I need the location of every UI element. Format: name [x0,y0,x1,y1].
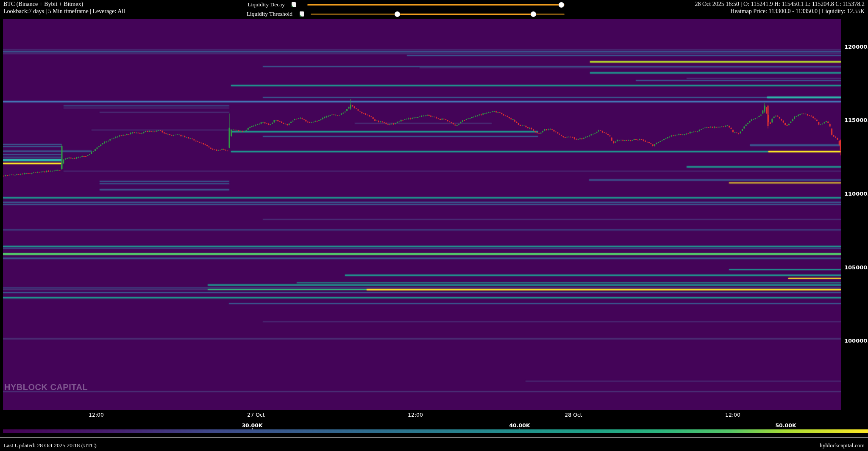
last-updated: Last Updated: 28 Oct 2025 20:18 (UTC) [3,442,97,449]
time-axis-label: 12:00 [398,412,432,418]
instrument-settings: Lookback:7 days | 5 Min timeframe | Leve… [3,8,125,15]
colorbar-tick-mark [252,428,253,429]
colorbar-tick-mark [520,428,520,429]
slider-handle[interactable] [395,11,400,17]
price-axis-label: 110000.0 [844,191,868,197]
reset-note-icon-corner [292,5,294,7]
slider-track-segment[interactable] [397,14,533,15]
liquidity-decay-slider[interactable] [307,2,565,8]
liquidity-colorbar [3,429,868,433]
instrument-title: BTC (Binance + Bybit + Bitmex) [3,1,83,8]
price-axis-label: 105000.0 [844,264,868,271]
ohlc-readout: 28 Oct 2025 16:50 | O: 115241.9 H: 11545… [695,1,865,8]
colorbar-tick-mark [786,428,786,429]
heatmap-price-readout: Heatmap Price: 113300.0 - 113350.0 | Liq… [730,8,865,15]
reset-note-icon-corner [300,14,302,17]
time-axis-label: 28 Oct [556,412,590,418]
reset-note-icon[interactable] [300,11,304,17]
time-axis-label: 27 Oct [239,412,273,418]
price-axis-label: 120000.0 [844,44,868,50]
liquidity-threshold-slider[interactable] [311,11,565,17]
price-axis-label: 115000.0 [844,117,868,123]
liquidation-heatmap-canvas[interactable] [0,0,868,451]
slider-track-segment[interactable] [533,14,565,15]
liquidity-threshold-label: Liquidity Threshold [237,11,292,17]
reset-note-icon[interactable] [292,2,296,7]
price-axis-label: 100000.0 [844,338,868,344]
time-axis-label: 12:00 [79,412,113,418]
site-link[interactable]: hyblockcapital.com [820,442,865,449]
slider-handle[interactable] [559,2,564,8]
slider-track-segment[interactable] [311,14,397,15]
liquidity-decay-label: Liquidity Decay [237,1,285,8]
footer-divider [0,437,868,438]
watermark: HYBLOCK CAPITAL [4,382,88,392]
time-axis-label: 12:00 [716,412,750,418]
app-root: BTC (Binance + Bybit + Bitmex) Lookback:… [0,0,868,451]
slider-track-segment[interactable] [307,4,565,6]
slider-handle[interactable] [531,11,536,17]
